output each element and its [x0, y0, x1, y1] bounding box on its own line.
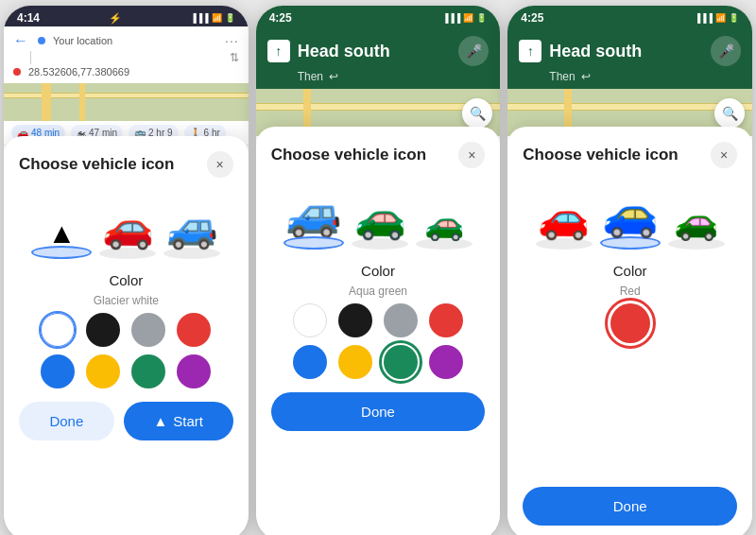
swatch-2-yellow[interactable] — [338, 345, 372, 379]
loc-divider-row: ⇅ — [13, 49, 239, 66]
then-label-3: Then — [549, 70, 575, 83]
vehicle-teal-car[interactable]: 🚗 — [352, 193, 408, 250]
nav-arrow-icon-3: ↑ — [519, 40, 541, 62]
wifi-icon-1: 📶 — [212, 13, 222, 23]
color-row-2-top — [293, 303, 463, 337]
color-name-3: Red — [523, 285, 737, 298]
color-row-1-bottom — [41, 354, 211, 388]
swatch-red[interactable] — [177, 313, 211, 347]
your-location-text: Your location — [53, 35, 112, 46]
swatch-3-red-selected[interactable] — [610, 303, 650, 343]
vehicle-shadow-arrow — [31, 246, 92, 259]
location-dot-red — [13, 68, 21, 76]
start-arrow-icon: ▲ — [153, 413, 167, 429]
map-road-h-2 — [4, 93, 249, 98]
swatch-gray[interactable] — [131, 313, 165, 347]
signal-icon-3: ▐▐▐ — [695, 13, 713, 23]
nav-bar-3: ↑ Head south 🎤 Then ↩ — [507, 26, 752, 89]
swatch-2-purple[interactable] — [429, 345, 463, 379]
vehicle-row-3: 🚗 🚗 🚗 — [523, 178, 737, 253]
status-icons-3: ▐▐▐ 📶 🔋 — [695, 13, 739, 23]
vehicle-green-car[interactable]: 🚗 — [668, 200, 725, 250]
phone-panel-2: 4:25 ▐▐▐ 📶 🔋 ↑ Head south 🎤 Then ↩ 🔍 Cho… — [256, 6, 501, 535]
swatch-2-blue[interactable] — [293, 345, 327, 379]
back-icon-1[interactable]: ← — [13, 32, 28, 49]
done-button-3[interactable]: Done — [523, 487, 737, 526]
vehicle-white-car[interactable]: 🚗 — [99, 202, 156, 259]
status-lightning-1: ⚡ — [109, 12, 122, 25]
swatch-2-black[interactable] — [338, 303, 372, 337]
status-bar-1: 4:14 ⚡ ▐▐▐ 📶 🔋 — [4, 6, 249, 26]
swatch-2-red[interactable] — [429, 303, 463, 337]
blue-car-icon: 🚗 — [602, 187, 659, 240]
swatch-purple[interactable] — [177, 354, 211, 388]
vehicle-sheet-1: Choose vehicle icon × ▲ 🚗 🚙 Color Glacie… — [4, 136, 249, 535]
nav-mic-button-3[interactable]: 🎤 — [711, 36, 741, 66]
color-grid-1 — [19, 313, 233, 388]
swatch-2-teal[interactable] — [384, 345, 418, 379]
swatch-black[interactable] — [86, 313, 120, 347]
truck-icon: 🚙 — [166, 202, 218, 251]
vehicle-sheet-2: Choose vehicle icon × 🚙 🚗 🚗 Color Aqua g… — [256, 127, 501, 535]
vehicle-truck[interactable]: 🚙 — [163, 202, 220, 259]
turn-icon-2: ↩ — [329, 70, 338, 83]
color-label-1: Color — [19, 272, 233, 288]
nav-bar-2: ↑ Head south 🎤 Then ↩ — [256, 26, 501, 89]
swatch-2-white[interactable] — [293, 303, 327, 337]
map-search-btn-3[interactable]: 🔍 — [714, 98, 745, 129]
phone-panel-1: 4:14 ⚡ ▐▐▐ 📶 🔋 ← Your location ··· — [4, 6, 249, 535]
done-button-1[interactable]: Done — [19, 402, 114, 440]
vehicle-blue-car-selected[interactable]: 🚗 — [600, 187, 661, 250]
signal-icon-2: ▐▐▐ — [442, 13, 460, 23]
vehicle-teal-small[interactable]: 🚗 — [416, 204, 472, 250]
sheet-header-3: Choose vehicle icon × — [523, 142, 737, 168]
vehicle-arrow-selected[interactable]: ▲ — [31, 217, 92, 259]
vehicle-shadow-teal-suv — [284, 236, 344, 250]
color-grid-3 — [523, 303, 737, 343]
sheet-title-2: Choose vehicle icon — [271, 146, 426, 164]
vehicle-sheet-3: Choose vehicle icon × 🚗 🚗 🚗 Color Red — [507, 127, 752, 535]
loc-row-coords: 28.532606,77.380669 — [13, 66, 239, 78]
nav-arrow-icon-2: ↑ — [267, 40, 290, 62]
wifi-icon-2: 📶 — [463, 13, 473, 23]
close-button-1[interactable]: × — [207, 151, 233, 178]
loc-row-your-location: ← Your location ··· — [13, 32, 239, 49]
sheet-header-1: Choose vehicle icon × — [19, 151, 233, 178]
sheet-title-1: Choose vehicle icon — [19, 155, 174, 174]
green-car-icon: 🚗 — [674, 200, 718, 242]
color-label-3: Color — [523, 263, 737, 279]
teal-suv-icon: 🚙 — [285, 187, 342, 240]
battery-icon-3: 🔋 — [729, 13, 739, 23]
close-button-2[interactable]: × — [458, 142, 485, 168]
swatch-teal[interactable] — [131, 354, 165, 388]
battery-icon-2: 🔋 — [476, 13, 487, 23]
buttons-row-2: Done — [271, 392, 486, 431]
close-button-3[interactable]: × — [711, 142, 737, 168]
swatch-white[interactable] — [41, 313, 75, 347]
battery-icon-1: 🔋 — [225, 13, 235, 23]
start-button-1[interactable]: ▲ Start — [124, 402, 233, 440]
color-row-3-single — [610, 303, 650, 343]
status-icons-2: ▐▐▐ 📶 🔋 — [442, 13, 487, 23]
vehicle-teal-suv-selected[interactable]: 🚙 — [284, 187, 344, 250]
done-button-2[interactable]: Done — [271, 392, 486, 431]
swatch-blue[interactable] — [41, 354, 75, 388]
status-time-2: 4:25 — [269, 11, 292, 25]
vehicle-red-car[interactable]: 🚗 — [536, 193, 593, 250]
loc-connector-line — [30, 51, 31, 64]
vehicle-row-2: 🚙 🚗 🚗 — [271, 178, 486, 253]
white-car-icon: 🚗 — [102, 202, 154, 251]
nav-mic-button-2[interactable]: 🎤 — [458, 36, 489, 66]
swatch-2-gray[interactable] — [384, 303, 418, 337]
location-bar-1: ← Your location ··· ⇅ 28.532606,77.38066… — [4, 26, 249, 83]
nav-direction-text-2: Head south — [298, 42, 452, 61]
signal-icon-1: ▐▐▐ — [191, 13, 209, 23]
red-car-icon: 🚗 — [538, 193, 590, 242]
swatch-yellow[interactable] — [86, 354, 120, 388]
wifi-icon-3: 📶 — [715, 13, 726, 23]
nav-sub-3: Then ↩ — [519, 70, 741, 83]
buttons-row-1: Done ▲ Start — [19, 402, 233, 440]
more-icon[interactable]: ··· — [225, 33, 239, 48]
then-label-2: Then — [298, 70, 323, 83]
phone-panel-3: 4:25 ▐▐▐ 📶 🔋 ↑ Head south 🎤 Then ↩ 🔍 Cho… — [507, 6, 752, 535]
